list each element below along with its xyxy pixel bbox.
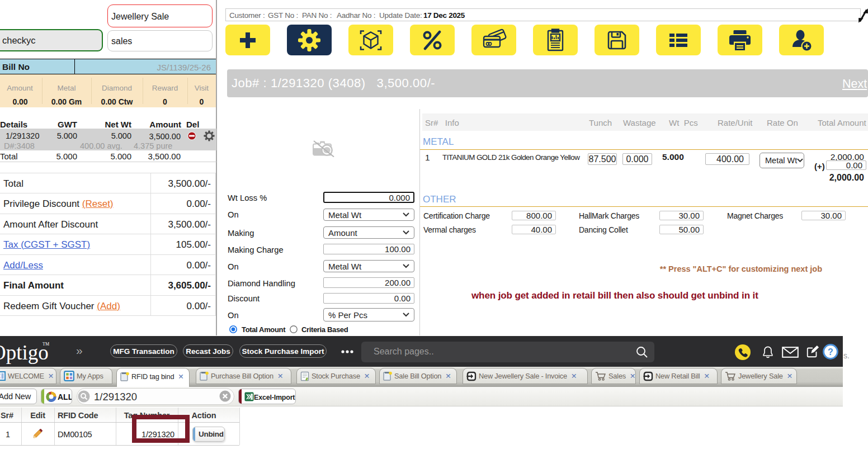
svg-text:?: ? [828, 347, 833, 357]
